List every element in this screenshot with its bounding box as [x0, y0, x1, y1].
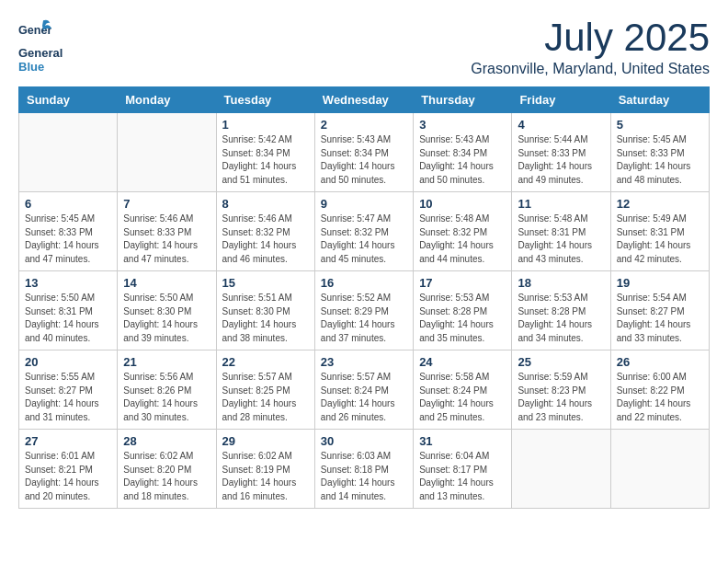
calendar-table: SundayMondayTuesdayWednesdayThursdayFrid…	[18, 86, 710, 509]
day-number: 29	[222, 434, 309, 448]
day-number: 21	[123, 355, 210, 369]
week-row-3: 13Sunrise: 5:50 AM Sunset: 8:31 PM Dayli…	[19, 271, 710, 350]
calendar-cell: 7Sunrise: 5:46 AM Sunset: 8:33 PM Daylig…	[118, 192, 216, 271]
calendar-cell: 15Sunrise: 5:51 AM Sunset: 8:30 PM Dayli…	[216, 271, 314, 350]
day-info: Sunrise: 5:53 AM Sunset: 8:28 PM Dayligh…	[518, 292, 604, 345]
calendar-cell: 5Sunrise: 5:45 AM Sunset: 8:33 PM Daylig…	[610, 113, 709, 192]
calendar-cell	[512, 430, 610, 509]
calendar-cell	[19, 113, 118, 192]
day-number: 22	[222, 355, 309, 369]
day-info: Sunrise: 6:00 AM Sunset: 8:22 PM Dayligh…	[617, 371, 703, 424]
day-number: 20	[25, 355, 111, 369]
calendar-cell: 20Sunrise: 5:55 AM Sunset: 8:27 PM Dayli…	[19, 350, 118, 430]
day-info: Sunrise: 5:51 AM Sunset: 8:30 PM Dayligh…	[222, 292, 309, 345]
day-info: Sunrise: 5:58 AM Sunset: 8:24 PM Dayligh…	[419, 371, 506, 424]
calendar-cell: 12Sunrise: 5:49 AM Sunset: 8:31 PM Dayli…	[610, 192, 709, 271]
calendar-cell: 23Sunrise: 5:57 AM Sunset: 8:24 PM Dayli…	[314, 350, 413, 430]
calendar-cell: 2Sunrise: 5:43 AM Sunset: 8:34 PM Daylig…	[314, 113, 413, 192]
calendar-cell: 16Sunrise: 5:52 AM Sunset: 8:29 PM Dayli…	[314, 271, 413, 350]
day-number: 12	[617, 197, 703, 211]
day-info: Sunrise: 5:54 AM Sunset: 8:27 PM Dayligh…	[617, 292, 703, 345]
day-info: Sunrise: 5:46 AM Sunset: 8:33 PM Dayligh…	[123, 213, 210, 266]
day-info: Sunrise: 6:03 AM Sunset: 8:18 PM Dayligh…	[321, 450, 407, 503]
day-number: 17	[419, 276, 506, 290]
day-info: Sunrise: 6:02 AM Sunset: 8:19 PM Dayligh…	[222, 450, 309, 503]
calendar-cell: 17Sunrise: 5:53 AM Sunset: 8:28 PM Dayli…	[414, 271, 512, 350]
calendar-cell: 11Sunrise: 5:48 AM Sunset: 8:31 PM Dayli…	[512, 192, 610, 271]
column-header-saturday: Saturday	[610, 87, 709, 113]
week-row-1: 1Sunrise: 5:42 AM Sunset: 8:34 PM Daylig…	[19, 113, 710, 192]
day-number: 11	[518, 197, 604, 211]
logo-general: General	[18, 46, 63, 60]
day-number: 23	[321, 355, 407, 369]
column-header-wednesday: Wednesday	[314, 87, 413, 113]
day-info: Sunrise: 5:53 AM Sunset: 8:28 PM Dayligh…	[419, 292, 506, 345]
calendar-cell: 29Sunrise: 6:02 AM Sunset: 8:19 PM Dayli…	[216, 430, 314, 509]
day-info: Sunrise: 6:02 AM Sunset: 8:20 PM Dayligh…	[123, 450, 210, 503]
column-header-tuesday: Tuesday	[216, 87, 314, 113]
column-header-friday: Friday	[512, 87, 610, 113]
calendar-cell: 1Sunrise: 5:42 AM Sunset: 8:34 PM Daylig…	[216, 113, 314, 192]
day-number: 26	[617, 355, 703, 369]
day-number: 19	[617, 276, 703, 290]
day-number: 5	[617, 118, 703, 132]
week-row-4: 20Sunrise: 5:55 AM Sunset: 8:27 PM Dayli…	[19, 350, 710, 430]
week-row-5: 27Sunrise: 6:01 AM Sunset: 8:21 PM Dayli…	[19, 430, 710, 509]
day-number: 10	[419, 197, 506, 211]
calendar-cell: 8Sunrise: 5:46 AM Sunset: 8:32 PM Daylig…	[216, 192, 314, 271]
day-info: Sunrise: 5:48 AM Sunset: 8:32 PM Dayligh…	[419, 213, 506, 266]
page-header: General General Blue July 2025 Grasonvil…	[18, 18, 710, 77]
calendar-cell: 10Sunrise: 5:48 AM Sunset: 8:32 PM Dayli…	[414, 192, 512, 271]
day-number: 15	[222, 276, 309, 290]
day-info: Sunrise: 5:44 AM Sunset: 8:33 PM Dayligh…	[518, 133, 604, 187]
day-number: 16	[321, 276, 407, 290]
calendar-cell: 27Sunrise: 6:01 AM Sunset: 8:21 PM Dayli…	[19, 430, 118, 509]
day-info: Sunrise: 5:46 AM Sunset: 8:32 PM Dayligh…	[222, 213, 309, 266]
day-number: 14	[123, 276, 210, 290]
day-number: 27	[25, 434, 111, 448]
day-number: 24	[419, 355, 506, 369]
day-number: 2	[321, 118, 407, 132]
day-number: 30	[321, 434, 407, 448]
day-info: Sunrise: 5:43 AM Sunset: 8:34 PM Dayligh…	[419, 133, 506, 187]
calendar-cell: 13Sunrise: 5:50 AM Sunset: 8:31 PM Dayli…	[19, 271, 118, 350]
month-year-title: July 2025	[471, 18, 710, 57]
day-info: Sunrise: 5:45 AM Sunset: 8:33 PM Dayligh…	[617, 133, 703, 187]
day-info: Sunrise: 5:50 AM Sunset: 8:31 PM Dayligh…	[25, 292, 111, 345]
day-info: Sunrise: 6:01 AM Sunset: 8:21 PM Dayligh…	[25, 450, 111, 503]
column-header-sunday: Sunday	[19, 87, 118, 113]
calendar-cell: 26Sunrise: 6:00 AM Sunset: 8:22 PM Dayli…	[610, 350, 709, 430]
day-number: 25	[518, 355, 604, 369]
day-info: Sunrise: 5:55 AM Sunset: 8:27 PM Dayligh…	[25, 371, 111, 424]
day-info: Sunrise: 5:45 AM Sunset: 8:33 PM Dayligh…	[25, 213, 111, 266]
day-number: 18	[518, 276, 604, 290]
day-info: Sunrise: 5:56 AM Sunset: 8:26 PM Dayligh…	[123, 371, 210, 424]
day-info: Sunrise: 5:59 AM Sunset: 8:23 PM Dayligh…	[518, 371, 604, 424]
location-subtitle: Grasonville, Maryland, United States	[471, 61, 710, 77]
logo-blue: Blue	[18, 60, 44, 74]
day-number: 7	[123, 197, 210, 211]
calendar-cell: 24Sunrise: 5:58 AM Sunset: 8:24 PM Dayli…	[414, 350, 512, 430]
day-info: Sunrise: 5:43 AM Sunset: 8:34 PM Dayligh…	[321, 133, 407, 187]
calendar-cell: 22Sunrise: 5:57 AM Sunset: 8:25 PM Dayli…	[216, 350, 314, 430]
calendar-cell: 18Sunrise: 5:53 AM Sunset: 8:28 PM Dayli…	[512, 271, 610, 350]
calendar-cell	[118, 113, 216, 192]
logo: General General Blue	[18, 18, 63, 74]
title-block: July 2025 Grasonville, Maryland, United …	[471, 18, 710, 77]
column-header-thursday: Thursday	[414, 87, 512, 113]
calendar-cell: 25Sunrise: 5:59 AM Sunset: 8:23 PM Dayli…	[512, 350, 610, 430]
day-info: Sunrise: 6:04 AM Sunset: 8:17 PM Dayligh…	[419, 450, 506, 503]
calendar-cell: 31Sunrise: 6:04 AM Sunset: 8:17 PM Dayli…	[414, 430, 512, 509]
day-number: 4	[518, 118, 604, 132]
logo-bird-icon: General	[18, 18, 51, 44]
day-number: 1	[222, 118, 309, 132]
calendar-cell: 3Sunrise: 5:43 AM Sunset: 8:34 PM Daylig…	[414, 113, 512, 192]
day-info: Sunrise: 5:47 AM Sunset: 8:32 PM Dayligh…	[321, 213, 407, 266]
day-info: Sunrise: 5:50 AM Sunset: 8:30 PM Dayligh…	[123, 292, 210, 345]
calendar-cell: 6Sunrise: 5:45 AM Sunset: 8:33 PM Daylig…	[19, 192, 118, 271]
day-info: Sunrise: 5:48 AM Sunset: 8:31 PM Dayligh…	[518, 213, 604, 266]
day-number: 9	[321, 197, 407, 211]
calendar-header-row: SundayMondayTuesdayWednesdayThursdayFrid…	[19, 87, 710, 113]
day-info: Sunrise: 5:42 AM Sunset: 8:34 PM Dayligh…	[222, 133, 309, 187]
day-number: 31	[419, 434, 506, 448]
